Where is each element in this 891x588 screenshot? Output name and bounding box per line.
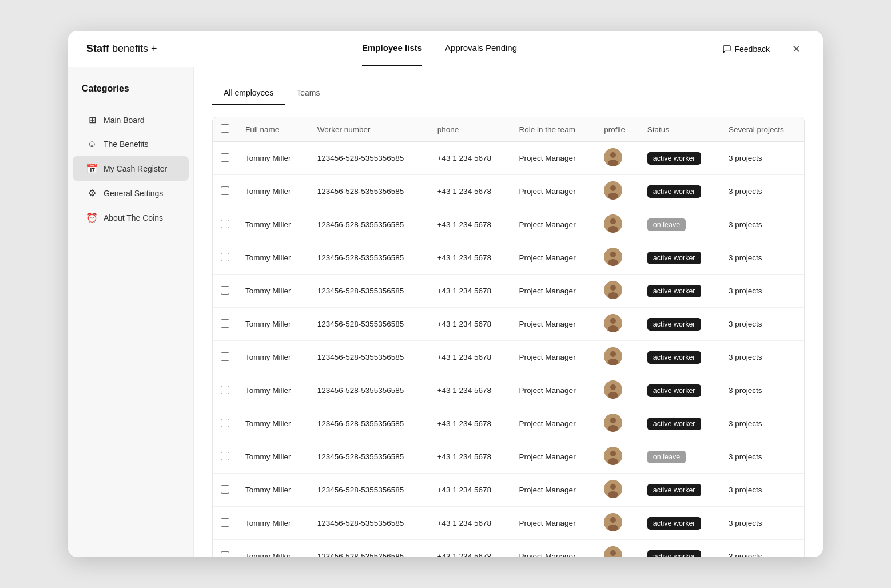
sidebar-item-label: About The Coins bbox=[104, 213, 163, 223]
svg-point-1 bbox=[610, 152, 616, 158]
main-board-icon: ⊞ bbox=[86, 114, 98, 125]
row-checkbox-cell bbox=[213, 540, 237, 558]
cell-profile bbox=[596, 440, 639, 474]
row-checkbox[interactable] bbox=[221, 386, 229, 394]
row-checkbox[interactable] bbox=[221, 419, 229, 427]
svg-point-28 bbox=[610, 451, 616, 456]
nav-approvals-pending[interactable]: Approvals Pending bbox=[445, 43, 517, 55]
row-checkbox[interactable] bbox=[221, 220, 229, 228]
sidebar-item-my-cash-register[interactable]: 📅 My Cash Register bbox=[73, 156, 189, 181]
cell-fullname: Tommy Miller bbox=[237, 440, 309, 474]
cell-role: Project Manager bbox=[511, 175, 596, 208]
cell-worker-number: 123456-528-5355356585 bbox=[309, 308, 429, 341]
cell-projects: 3 projects bbox=[721, 374, 804, 407]
status-badge: active worker bbox=[647, 517, 701, 530]
cell-phone: +43 1 234 5678 bbox=[429, 374, 511, 407]
row-checkbox[interactable] bbox=[221, 286, 229, 295]
cell-fullname: Tommy Miller bbox=[237, 308, 309, 341]
table-row: Tommy Miller 123456-528-5355356585 +43 1… bbox=[213, 275, 804, 308]
svg-point-17 bbox=[608, 325, 618, 332]
svg-point-37 bbox=[610, 550, 616, 556]
row-checkbox[interactable] bbox=[221, 253, 229, 261]
col-header-phone: phone bbox=[429, 117, 511, 142]
cell-worker-number: 123456-528-5355356585 bbox=[309, 241, 429, 275]
svg-point-25 bbox=[610, 418, 616, 423]
cell-projects: 3 projects bbox=[721, 308, 804, 341]
row-checkbox[interactable] bbox=[221, 352, 229, 361]
tab-all-employees[interactable]: All employees bbox=[212, 84, 285, 105]
feedback-icon bbox=[722, 45, 731, 54]
cell-profile bbox=[596, 308, 639, 341]
sidebar-title: Categories bbox=[68, 84, 193, 108]
status-badge: active worker bbox=[647, 418, 701, 430]
avatar bbox=[604, 546, 622, 557]
sidebar-item-label: The Benefits bbox=[104, 140, 149, 149]
row-checkbox[interactable] bbox=[221, 518, 229, 527]
avatar bbox=[604, 181, 622, 200]
svg-point-23 bbox=[608, 392, 618, 399]
row-checkbox[interactable] bbox=[221, 319, 229, 328]
cell-phone: +43 1 234 5678 bbox=[429, 440, 511, 474]
avatar bbox=[604, 414, 622, 432]
cell-role: Project Manager bbox=[511, 474, 596, 507]
svg-point-20 bbox=[608, 359, 618, 365]
cell-status: active worker bbox=[639, 507, 721, 540]
status-badge: active worker bbox=[647, 152, 701, 165]
sidebar-item-about-coins[interactable]: ⏰ About The Coins bbox=[73, 205, 189, 230]
close-button[interactable]: ✕ bbox=[789, 41, 805, 57]
status-badge: active worker bbox=[647, 351, 701, 364]
row-checkbox-cell bbox=[213, 142, 237, 175]
nav-employee-lists[interactable]: Employee lists bbox=[362, 43, 422, 55]
app-logo: Staff benefits + bbox=[86, 43, 157, 55]
col-header-projects: Several projects bbox=[721, 117, 804, 142]
cell-profile bbox=[596, 142, 639, 175]
svg-point-32 bbox=[608, 491, 618, 498]
sidebar-item-main-board[interactable]: ⊞ Main Board bbox=[73, 108, 189, 132]
status-badge: on leave bbox=[647, 451, 686, 463]
row-checkbox[interactable] bbox=[221, 485, 229, 494]
row-checkbox-cell bbox=[213, 341, 237, 374]
cell-worker-number: 123456-528-5355356585 bbox=[309, 507, 429, 540]
col-header-role: Role in the team bbox=[511, 117, 596, 142]
row-checkbox-cell bbox=[213, 275, 237, 308]
svg-point-10 bbox=[610, 252, 616, 257]
cell-status: active worker bbox=[639, 374, 721, 407]
avatar bbox=[604, 148, 622, 166]
table-header-row: Full name Worker number phone Role in th… bbox=[213, 117, 804, 142]
table-row: Tommy Miller 123456-528-5355356585 +43 1… bbox=[213, 208, 804, 241]
cell-role: Project Manager bbox=[511, 374, 596, 407]
row-checkbox[interactable] bbox=[221, 186, 229, 195]
table-row: Tommy Miller 123456-528-5355356585 +43 1… bbox=[213, 407, 804, 440]
table-row: Tommy Miller 123456-528-5355356585 +43 1… bbox=[213, 175, 804, 208]
cell-worker-number: 123456-528-5355356585 bbox=[309, 275, 429, 308]
cell-fullname: Tommy Miller bbox=[237, 142, 309, 175]
row-checkbox-cell bbox=[213, 440, 237, 474]
cell-role: Project Manager bbox=[511, 540, 596, 558]
cell-worker-number: 123456-528-5355356585 bbox=[309, 142, 429, 175]
sidebar-item-general-settings[interactable]: ⚙ General Settings bbox=[73, 181, 189, 205]
svg-point-8 bbox=[608, 226, 618, 233]
cell-worker-number: 123456-528-5355356585 bbox=[309, 440, 429, 474]
cell-profile bbox=[596, 275, 639, 308]
cell-projects: 3 projects bbox=[721, 407, 804, 440]
row-checkbox[interactable] bbox=[221, 452, 229, 460]
employee-table: Full name Worker number phone Role in th… bbox=[213, 117, 804, 557]
cell-fullname: Tommy Miller bbox=[237, 407, 309, 440]
svg-point-11 bbox=[608, 259, 618, 266]
coins-icon: ⏰ bbox=[86, 212, 98, 223]
row-checkbox[interactable] bbox=[221, 153, 229, 162]
table-row: Tommy Miller 123456-528-5355356585 +43 1… bbox=[213, 142, 804, 175]
row-checkbox[interactable] bbox=[221, 551, 229, 558]
sidebar-item-the-benefits[interactable]: ☺ The Benefits bbox=[73, 132, 189, 156]
cell-status: active worker bbox=[639, 142, 721, 175]
avatar bbox=[604, 380, 622, 399]
avatar bbox=[604, 214, 622, 233]
tab-teams[interactable]: Teams bbox=[285, 84, 331, 105]
row-checkbox-cell bbox=[213, 407, 237, 440]
cell-status: active worker bbox=[639, 407, 721, 440]
feedback-button[interactable]: Feedback bbox=[722, 45, 770, 54]
cell-profile bbox=[596, 474, 639, 507]
table-row: Tommy Miller 123456-528-5355356585 +43 1… bbox=[213, 241, 804, 275]
svg-point-14 bbox=[608, 292, 618, 299]
select-all-checkbox[interactable] bbox=[221, 124, 229, 133]
